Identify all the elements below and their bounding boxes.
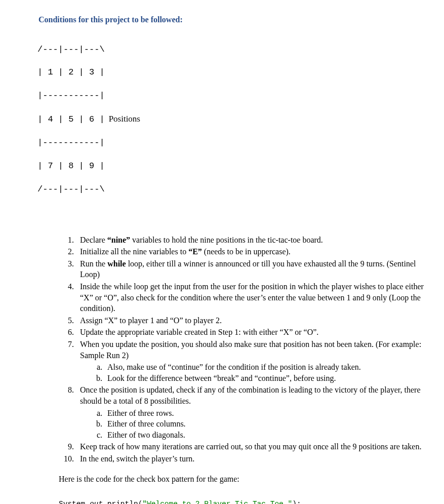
condition-item-8: Once the position is updated, check if a… bbox=[76, 384, 424, 440]
condition-item-3: Run the while loop, either till a winner… bbox=[76, 258, 424, 280]
ascii-row1: | 1 | 2 | 3 | bbox=[37, 67, 424, 79]
code-intro: Here is the code for the check box patte… bbox=[59, 474, 424, 485]
condition-item-7: When you update the position, you should… bbox=[76, 339, 424, 383]
ascii-sep2: |-----------| bbox=[37, 137, 424, 149]
ascii-sep1: |-----------| bbox=[37, 90, 424, 102]
sub-item-8a: Either of three rows. bbox=[104, 408, 424, 419]
ascii-board: /---|---|---\ | 1 | 2 | 3 | |-----------… bbox=[37, 32, 424, 207]
condition-item-5: Assign “X” to player 1 and “O” to player… bbox=[76, 315, 424, 326]
sub-list-8: Either of three rows. Either of three co… bbox=[93, 408, 424, 441]
condition-item-1: Declare “nine” variables to hold the nin… bbox=[76, 235, 424, 246]
code-line-1: System.out.println("Welcome to 2 Player … bbox=[59, 500, 424, 504]
condition-item-10: In the end, switch the player’s turn. bbox=[76, 453, 424, 464]
positions-label: Positions bbox=[109, 113, 140, 125]
ascii-row2: | 4 | 5 | 6 | bbox=[37, 114, 105, 126]
ascii-bottom: /---|---|---\ bbox=[37, 184, 424, 196]
condition-item-4: Inside the while loop get the input from… bbox=[76, 281, 424, 314]
sub-item-7b: Look for the difference between “break” … bbox=[104, 373, 424, 384]
sub-item-7a: Also, make use of “continue” for the con… bbox=[104, 362, 424, 373]
sub-item-8b: Either of three columns. bbox=[104, 418, 424, 430]
condition-item-9: Keep track of how many iterations are ca… bbox=[76, 441, 424, 452]
section-heading: Conditions for this project to be follow… bbox=[38, 14, 424, 25]
ascii-row3: | 7 | 8 | 9 | bbox=[37, 161, 424, 172]
code-block: System.out.println("Welcome to 2 Player … bbox=[59, 491, 424, 504]
ascii-top: /---|---|---\ bbox=[37, 44, 424, 56]
sub-list-7: Also, make use of “continue” for the con… bbox=[93, 362, 424, 383]
conditions-list: Declare “nine” variables to hold the nin… bbox=[59, 235, 424, 464]
condition-item-6: Update the appropriate variable created … bbox=[76, 327, 424, 338]
condition-item-2: Initialize all the nine variables to “E”… bbox=[76, 246, 424, 257]
sub-item-8c: Either of two diagonals. bbox=[104, 430, 424, 441]
